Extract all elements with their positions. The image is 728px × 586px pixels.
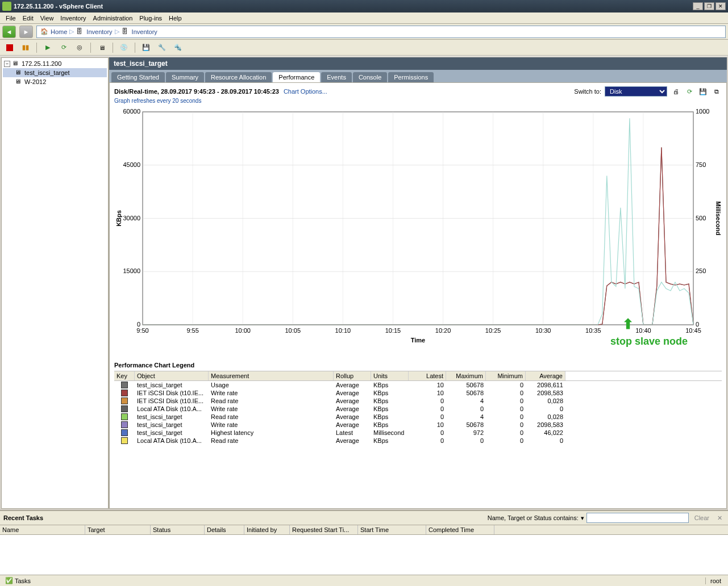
legend-row[interactable]: test_iscsi_target Write rate Average KBp…	[114, 421, 722, 429]
breadcrumb-inventory-2[interactable]: Inventory	[132, 28, 157, 35]
tasks-col-details[interactable]: Details	[205, 525, 244, 534]
legend-measure: Highest latency	[209, 429, 334, 437]
legend-units: Millisecond	[371, 429, 409, 437]
svg-text:1000: 1000	[696, 108, 709, 115]
legend-col-object[interactable]: Object	[135, 371, 209, 380]
tree-collapse-icon[interactable]: −	[4, 61, 10, 67]
legend-title: Performance Chart Legend	[114, 362, 722, 369]
legend-rollup: Average	[334, 437, 371, 445]
tasks-col-status[interactable]: Status	[151, 525, 205, 534]
tab-summary[interactable]: Summary	[166, 72, 204, 82]
tree-item-test-iscsi[interactable]: 🖥 test_iscsi_target	[3, 68, 107, 77]
recent-tasks-panel: Recent Tasks Name, Target or Status cont…	[0, 510, 728, 575]
tab-permissions[interactable]: Permissions	[388, 72, 434, 82]
menu-administration[interactable]: Administration	[90, 14, 136, 23]
close-button[interactable]: ✕	[715, 2, 726, 10]
save-icon[interactable]: 💾	[698, 86, 708, 97]
tab-performance[interactable]: Performance	[273, 72, 320, 82]
menu-edit[interactable]: Edit	[19, 14, 37, 23]
legend-latest: 0	[409, 429, 446, 437]
tree-root[interactable]: − 🖥 172.25.11.200	[3, 59, 107, 68]
tasks-col-name[interactable]: Name	[0, 525, 85, 534]
tree-item-label: W-2012	[24, 78, 46, 85]
refresh-button[interactable]: ⟳	[57, 41, 70, 54]
menu-inventory[interactable]: Inventory	[57, 14, 89, 23]
legend-row[interactable]: IET iSCSI Disk (t10.IE... Read rate Aver…	[114, 397, 722, 405]
legend-row[interactable]: test_iscsi_target Highest latency Latest…	[114, 429, 722, 437]
legend-avg: 2098,583	[526, 389, 565, 397]
legend-avg: 46,022	[526, 429, 565, 437]
legend-rollup: Latest	[334, 429, 371, 437]
tab-console[interactable]: Console	[353, 72, 387, 82]
nav-forward-button[interactable]: ►	[19, 26, 33, 38]
key-swatch	[121, 413, 128, 420]
legend-col-units[interactable]: Units	[371, 371, 409, 380]
tasks-col-req-start[interactable]: Requested Start Ti...	[290, 525, 358, 534]
switch-to-select[interactable]: Disk	[605, 86, 667, 97]
popout-icon[interactable]: ⧉	[712, 86, 722, 97]
legend-col-latest[interactable]: Latest	[409, 371, 446, 380]
menu-help[interactable]: Help	[165, 14, 185, 23]
stop-button[interactable]	[3, 41, 16, 54]
snapshot-button[interactable]: ◎	[73, 41, 86, 54]
legend-col-maximum[interactable]: Maximum	[446, 371, 486, 380]
svg-text:10:25: 10:25	[485, 327, 501, 334]
tools2-button[interactable]: 🔩	[172, 41, 184, 54]
chevron-right-icon: ▷	[69, 28, 74, 35]
breadcrumb: 🏠 Home ▷ 🗄 Inventory ▷ 🗄 Inventory	[36, 26, 726, 38]
restore-button[interactable]: ❐	[704, 2, 714, 10]
play-button[interactable]: ▶	[41, 41, 54, 54]
tab-events[interactable]: Events	[321, 72, 352, 82]
chart-options-link[interactable]: Chart Options...	[284, 88, 327, 95]
status-tasks-link[interactable]: ✅ Tasks	[2, 576, 34, 585]
legend-row[interactable]: Local ATA Disk (t10.A... Read rate Avera…	[114, 437, 722, 445]
nav-back-button[interactable]: ◄	[2, 26, 16, 38]
legend-measure: Write rate	[209, 405, 334, 413]
legend-units: KBps	[371, 381, 409, 389]
print-icon[interactable]: 🖨	[671, 86, 681, 97]
tasks-col-completed[interactable]: Completed Time	[426, 525, 494, 534]
breadcrumb-home[interactable]: Home	[51, 28, 67, 35]
menu-view[interactable]: View	[37, 14, 57, 23]
menu-plugins[interactable]: Plug-ins	[136, 14, 165, 23]
legend-col-average[interactable]: Average	[526, 371, 565, 380]
legend-col-measurement[interactable]: Measurement	[209, 371, 334, 380]
titlebar: 172.25.11.200 - vSphere Client _ ❐ ✕	[0, 0, 728, 12]
legend-rollup: Average	[334, 421, 371, 429]
console-button[interactable]: 🖥	[95, 41, 108, 54]
tasks-clear-button[interactable]: Clear	[691, 514, 713, 521]
tab-resource-allocation[interactable]: Resource Allocation	[205, 72, 272, 82]
svg-text:500: 500	[696, 215, 706, 221]
tasks-col-target[interactable]: Target	[85, 525, 151, 534]
minimize-button[interactable]: _	[693, 2, 703, 10]
refresh-icon[interactable]: ⟳	[684, 86, 694, 97]
breadcrumb-inventory-1[interactable]: Inventory	[86, 28, 112, 35]
annotation-text: stop slave node	[610, 336, 688, 348]
tasks-filter-input[interactable]	[586, 513, 689, 523]
tasks-col-initiated[interactable]: Initiated by	[244, 525, 290, 534]
tab-getting-started[interactable]: Getting Started	[111, 72, 165, 82]
legend-avg: 0,028	[526, 413, 565, 421]
sidebar-tree: − 🖥 172.25.11.200 🖥 test_iscsi_target 🖥 …	[1, 57, 109, 509]
tasks-close-icon[interactable]: ✕	[715, 514, 725, 522]
legend-col-key[interactable]: Key	[114, 371, 135, 380]
tasks-col-start[interactable]: Start Time	[358, 525, 426, 534]
connect-cd-button[interactable]: 💿	[118, 41, 130, 54]
svg-text:10:45: 10:45	[685, 327, 701, 334]
legend-row[interactable]: test_iscsi_target Read rate Average KBps…	[114, 413, 722, 421]
tools-button[interactable]: 🔧	[156, 41, 168, 54]
legend-object: test_iscsi_target	[135, 413, 209, 421]
dropdown-icon[interactable]: ▾	[581, 514, 584, 522]
legend-col-minimum[interactable]: Minimum	[486, 371, 526, 380]
content-title: test_iscsi_target	[109, 57, 727, 70]
pause-button[interactable]: ▮▮	[19, 41, 32, 54]
tree-item-w2012[interactable]: 🖥 W-2012	[3, 77, 107, 86]
legend-col-rollup[interactable]: Rollup	[334, 371, 371, 380]
legend-row[interactable]: Local ATA Disk (t10.A... Write rate Aver…	[114, 405, 722, 413]
legend-row[interactable]: IET iSCSI Disk (t10.IE... Write rate Ave…	[114, 389, 722, 397]
legend-min: 0	[486, 437, 526, 445]
connect-floppy-button[interactable]: 💾	[140, 41, 152, 54]
menu-file[interactable]: File	[2, 14, 19, 23]
legend-avg: 0	[526, 405, 565, 413]
legend-row[interactable]: test_iscsi_target Usage Average KBps 10 …	[114, 381, 722, 389]
